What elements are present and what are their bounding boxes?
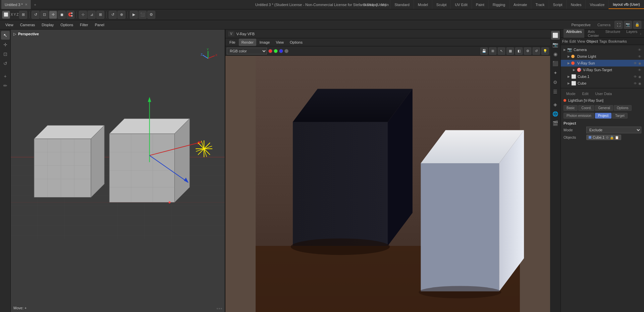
tab-photon-emission[interactable]: Photon emission xyxy=(564,113,594,119)
transform-btn[interactable]: ⊹ xyxy=(79,11,87,19)
rp-view-icon[interactable]: ⬜ xyxy=(551,31,560,40)
tab-axis-center[interactable]: Axis Center xyxy=(585,29,602,38)
rotate-btn[interactable]: ↺ xyxy=(32,11,40,19)
tree-item-vray-sun[interactable]: ▶ V-Ray Sun 👁 ◉ xyxy=(561,60,644,66)
tab-model[interactable]: Model xyxy=(414,0,432,9)
vfb-save-btn[interactable]: 💾 xyxy=(480,47,488,55)
mode-select[interactable]: Exclude xyxy=(586,127,641,133)
rp-render-icon[interactable]: 📷 xyxy=(551,40,560,49)
prop-tab-options[interactable]: Options xyxy=(614,105,631,111)
sidebar-rotate-icon[interactable]: ↺ xyxy=(1,59,10,68)
props-userdata-tab[interactable]: User Data xyxy=(593,91,615,96)
sidebar-move-icon[interactable]: ✛ xyxy=(1,40,10,49)
menu-tags[interactable]: Tags xyxy=(599,39,607,43)
objects-tag[interactable]: Cube.1 ⚙ 🔒 📋 xyxy=(586,135,621,140)
alpha-channel-dot[interactable] xyxy=(284,49,288,53)
tab-nodes[interactable]: Nodes xyxy=(567,0,586,9)
prop-tab-coord[interactable]: Coord. xyxy=(578,105,594,111)
rp-texture-icon[interactable]: ⬛ xyxy=(551,59,560,68)
vfb-cursor-btn[interactable]: ↖ xyxy=(498,47,505,55)
panel-collapse-btn[interactable]: › xyxy=(640,32,641,36)
tab-visualize[interactable]: Visualize xyxy=(585,0,608,9)
tab-uvedit[interactable]: UV Edit xyxy=(450,0,471,9)
viewport-camera-btn[interactable]: 📷 xyxy=(624,21,632,29)
axis-x[interactable]: X xyxy=(11,13,13,16)
sidebar-scale-icon[interactable]: ⊡ xyxy=(1,50,10,58)
vfb-light-btn[interactable]: 💡 xyxy=(541,47,549,55)
props-mode-tab[interactable]: Mode xyxy=(564,91,578,96)
rp-material-icon[interactable]: ◉ xyxy=(551,50,560,58)
grid-btn[interactable]: ⊞ xyxy=(96,11,104,19)
viewport-3d[interactable]: ▷ Perspective xyxy=(11,30,225,312)
tab-attributes[interactable]: Attributes xyxy=(564,29,584,38)
menu-bookmarks[interactable]: Bookmarks xyxy=(608,39,627,43)
nav-view[interactable]: View xyxy=(3,21,16,29)
nav-display[interactable]: Display xyxy=(39,21,56,29)
sidebar-add-icon[interactable]: + xyxy=(1,72,10,81)
tab-close-icon[interactable]: ✕ xyxy=(25,3,28,6)
rp-object-icon[interactable]: ◈ xyxy=(551,100,560,109)
rp-movie-icon[interactable]: 🎬 xyxy=(551,119,560,128)
viewport-fullscreen-btn[interactable]: ⛶ xyxy=(614,21,623,29)
undo-btn[interactable]: ↺ xyxy=(109,11,117,19)
vfb-reset-btn[interactable]: ↺ xyxy=(533,47,540,55)
vfb-menu-image[interactable]: Image xyxy=(257,39,273,46)
move-btn[interactable]: ✛ xyxy=(49,11,57,19)
mode-object-btn[interactable]: ⬜ xyxy=(2,11,10,19)
tree-item-dome-light[interactable]: ▶ Dome Light 👁 xyxy=(561,53,644,60)
vfb-menu-view[interactable]: View xyxy=(273,39,286,46)
blue-channel-dot[interactable] xyxy=(279,49,283,53)
green-channel-dot[interactable] xyxy=(274,49,278,53)
tab-layout-vfb[interactable]: layout vfb (User) xyxy=(608,0,644,9)
tab-layers[interactable]: Layers xyxy=(624,29,640,38)
sidebar-pen-icon[interactable]: ✏ xyxy=(1,81,10,90)
tab-structure[interactable]: Structure xyxy=(603,29,623,38)
coordinate-btn[interactable]: ⊞ xyxy=(19,11,27,19)
render-stop-btn[interactable]: ⬛ xyxy=(139,11,147,19)
tab-animate[interactable]: Animate xyxy=(509,0,531,9)
rp-world-icon[interactable]: 🌐 xyxy=(551,109,560,118)
tab-project[interactable]: Project xyxy=(595,113,611,119)
tree-item-sun-target[interactable]: ▶ 🎯 V-Ray Sun-Target 👁 xyxy=(561,66,644,73)
tab-standard[interactable]: Standard xyxy=(390,0,414,9)
snap-btn[interactable]: 🧲 xyxy=(66,11,74,19)
nav-panel[interactable]: Panel xyxy=(92,21,107,29)
axis-y[interactable]: Y xyxy=(14,13,16,16)
prop-tab-basic[interactable]: Basic xyxy=(564,105,578,111)
scale-btn[interactable]: ⊡ xyxy=(40,11,48,19)
sidebar-select-icon[interactable]: ↖ xyxy=(1,31,10,40)
tree-item-camera[interactable]: ▶ 📷 Camera 👁 xyxy=(561,46,644,53)
rp-particles-icon[interactable]: ✦ xyxy=(551,69,560,77)
vfb-compare-btn[interactable]: ⊞ xyxy=(489,47,496,55)
vfb-settings-btn[interactable]: ⚙ xyxy=(524,47,531,55)
nav-options[interactable]: Options xyxy=(58,21,76,29)
menu-edit[interactable]: Edit xyxy=(570,39,576,43)
tab-sculpt[interactable]: Sculpt xyxy=(432,0,451,9)
menu-view[interactable]: View xyxy=(577,39,585,43)
prop-tab-general[interactable]: General xyxy=(595,105,613,111)
nav-cameras[interactable]: Cameras xyxy=(17,21,38,29)
redo-btn[interactable]: ⊕ xyxy=(117,11,125,19)
tab-track[interactable]: Track xyxy=(531,0,548,9)
color-mode-select[interactable]: RGB color xyxy=(227,48,267,54)
rp-scene-icon[interactable]: ☰ xyxy=(551,87,560,96)
axis-z[interactable]: Z xyxy=(16,13,18,16)
tab-rigging[interactable]: Rigging xyxy=(488,0,509,9)
props-edit-tab[interactable]: Edit xyxy=(580,91,591,96)
menu-object[interactable]: Object xyxy=(586,39,598,43)
render-options-btn[interactable]: ⚙ xyxy=(147,11,155,19)
pivot-btn[interactable]: ⊿ xyxy=(88,11,96,19)
vfb-histogram-btn[interactable]: ▦ xyxy=(506,47,514,55)
vfb-menu-render[interactable]: Render xyxy=(239,39,256,46)
vfb-menu-options[interactable]: Options xyxy=(287,39,305,46)
render-btn[interactable]: ◼ xyxy=(58,11,66,19)
viewport-lock-btn[interactable]: 🔒 xyxy=(633,21,641,29)
menu-file[interactable]: File xyxy=(562,39,568,43)
add-tab-button[interactable]: + xyxy=(31,0,39,9)
tree-item-cube[interactable]: ▶ ⬜ Cube 👁 ◉ xyxy=(561,80,644,87)
vfb-menu-file[interactable]: File xyxy=(227,39,238,46)
render-start-btn[interactable]: ▶ xyxy=(130,11,138,19)
main-tab[interactable]: Untitled 3 * ✕ xyxy=(1,0,31,9)
tab-paint[interactable]: Paint xyxy=(472,0,488,9)
viewport-resize-handle[interactable] xyxy=(217,308,222,309)
